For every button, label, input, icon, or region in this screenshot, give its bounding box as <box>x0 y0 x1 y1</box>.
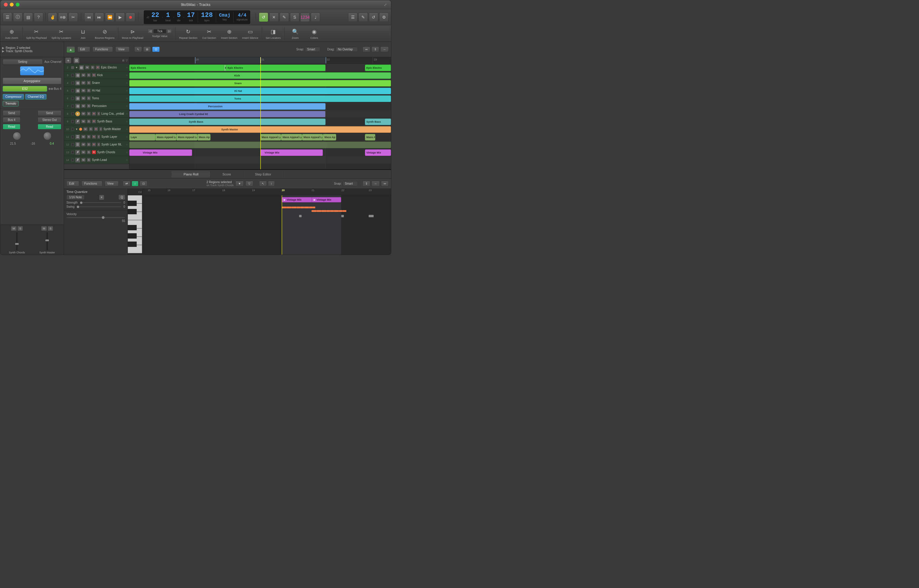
region-layer-5[interactable]: Mass Appeal Laye <box>260 134 281 141</box>
region-layer-7[interactable]: Mass Appeal Laye <box>302 134 323 141</box>
strength-slider[interactable] <box>80 202 121 203</box>
solo-btn-1[interactable]: S <box>18 226 23 231</box>
solo-6[interactable]: S <box>87 96 91 100</box>
mute-14[interactable]: M <box>81 158 86 162</box>
volume-knob[interactable] <box>13 132 21 140</box>
solo-8[interactable]: S <box>87 112 91 116</box>
region-epic-4[interactable]: Epic Electro <box>365 65 391 71</box>
tool-bounce-regions[interactable]: ⊘ Bounce Regions <box>93 26 116 40</box>
edit-dropdown[interactable]: Edit <box>78 47 90 52</box>
pr-resize-2[interactable]: ↔ <box>371 181 380 186</box>
track-check-4[interactable] <box>71 81 74 84</box>
track-options-icon[interactable]: ▽ <box>126 59 128 62</box>
track-fold-10[interactable]: ▼ <box>75 128 78 131</box>
solo-13[interactable]: S <box>87 150 91 154</box>
track-check-12[interactable] <box>71 143 74 146</box>
read-button-2[interactable]: Read <box>38 124 61 129</box>
track-check-6[interactable] <box>71 97 74 100</box>
count-button[interactable]: 1234 <box>300 13 310 22</box>
track-check-9[interactable] <box>71 120 74 123</box>
tool-split-playhead[interactable]: ✂ Split by Playhead <box>24 26 48 40</box>
pr-functions-dropdown[interactable]: Functions <box>82 181 102 186</box>
pr-view-dropdown[interactable]: View <box>105 181 119 186</box>
region-layer-6[interactable]: Mass Appeal Laye <box>281 134 302 141</box>
tq-value[interactable]: 1/16 Note <box>66 195 84 200</box>
pr-cursor-1[interactable]: ↖ <box>259 181 267 186</box>
track-check-14[interactable] <box>71 158 74 162</box>
pan-knob[interactable] <box>43 132 52 140</box>
velocity-slider[interactable] <box>66 217 125 218</box>
region-layer-4[interactable]: Mass Ap <box>197 134 210 141</box>
play-button[interactable]: ▶ <box>115 13 125 22</box>
tab-step-editor[interactable]: Step Editor <box>243 171 283 178</box>
pr-edit-dropdown[interactable]: Edit <box>66 181 79 186</box>
pr-snap-select[interactable]: Smart <box>343 181 358 186</box>
swing-slider[interactable] <box>77 206 121 207</box>
region-chords-2[interactable]: Vintage Mix <box>260 149 323 156</box>
setting-button[interactable]: Setting <box>3 59 43 65</box>
tq-dropdown[interactable]: ▼ <box>99 195 104 200</box>
tq-q-button[interactable]: Q <box>119 195 125 200</box>
region-bass-2[interactable]: Synth Bass <box>365 118 391 125</box>
instrument-8[interactable]: I <box>97 112 100 116</box>
rewind-button[interactable]: ⏮ <box>84 13 94 22</box>
tool-split-locators[interactable]: ✂ Split by Locators <box>50 26 73 40</box>
mute-btn-1[interactable]: M <box>11 226 17 231</box>
region-chords-1[interactable]: Vintage Mix <box>129 149 192 156</box>
track-fold-2[interactable]: ▼ <box>75 66 78 69</box>
tremolo-button[interactable]: Tremolo <box>3 101 19 107</box>
fast-forward-button[interactable]: ⏭ <box>95 13 104 22</box>
solo-14[interactable]: S <box>87 158 91 162</box>
tool-set-locators[interactable]: ◨ Set Locators <box>264 26 283 40</box>
vertical-resize-btn[interactable]: ⇕ <box>371 47 379 52</box>
region-bass-1[interactable]: Synth Bass <box>129 118 326 125</box>
swing-thumb[interactable] <box>77 206 79 208</box>
mute-7[interactable]: M <box>81 104 86 108</box>
es2-button[interactable]: ES2 <box>3 86 47 92</box>
tool-auto-zoom[interactable]: ⊕ Auto Zoom <box>3 26 21 40</box>
help-button[interactable]: ? <box>34 13 43 22</box>
fullscreen-icon[interactable]: ⤢ <box>384 3 388 7</box>
record-8[interactable]: R <box>92 112 96 116</box>
track-check-7[interactable] <box>71 105 74 108</box>
tool-repeat-section[interactable]: ↻ Repeat Section <box>177 26 199 40</box>
solo-10[interactable]: S <box>89 127 93 131</box>
options-button[interactable]: ≡⊕ <box>58 13 68 22</box>
solo-11[interactable]: S <box>87 135 91 139</box>
mute-3[interactable]: M <box>81 73 86 77</box>
mute-12[interactable]: M <box>81 142 86 146</box>
minimize-button[interactable] <box>10 3 14 6</box>
region-cymbal[interactable]: Long Crash Cymbal 02 <box>129 111 326 117</box>
pr-region-select[interactable]: ▼ <box>236 181 244 186</box>
channel-eq-button[interactable]: Channel EQ <box>25 94 47 100</box>
region-layer-1[interactable]: Laye <box>129 134 155 141</box>
info-button[interactable]: ⓘ <box>13 13 23 22</box>
close-button[interactable] <box>4 3 8 6</box>
strength-thumb[interactable] <box>80 202 82 204</box>
record-3[interactable]: R <box>92 73 96 77</box>
library-button[interactable]: ☰ <box>3 13 12 22</box>
fader-thumb-2[interactable] <box>45 239 49 241</box>
tab-piano-roll[interactable]: Piano Roll <box>172 171 210 178</box>
maximize-button[interactable] <box>16 3 19 6</box>
solo-3[interactable]: S <box>87 73 91 77</box>
track-check-11[interactable] <box>71 136 74 138</box>
pencil-button[interactable]: ✎ <box>279 13 289 22</box>
region-layer-8[interactable]: Mass Ap <box>323 134 336 141</box>
pointer-tool[interactable]: ↖ <box>134 47 142 52</box>
pr-resize-1[interactable]: ⇕ <box>363 181 370 186</box>
nudge-left-btn[interactable]: ◁ <box>148 29 153 33</box>
instrument-12[interactable]: I <box>97 142 100 146</box>
read-button-1[interactable]: Read <box>3 124 21 129</box>
pr-region-vintage-2[interactable]: ▶ Vintage Mix <box>312 197 341 202</box>
tool-zoom[interactable]: 🔍 Zoom <box>286 26 304 40</box>
mute-8[interactable]: M <box>81 112 86 116</box>
track-check-5[interactable] <box>71 89 74 92</box>
mute-4[interactable]: M <box>81 81 86 85</box>
solo-2[interactable]: S <box>91 66 95 69</box>
send-button-2[interactable]: Send <box>38 110 61 116</box>
metronome-button[interactable]: ♩ <box>311 13 320 22</box>
up-arrow-button[interactable]: ▲ <box>66 46 75 53</box>
bus4-button[interactable]: Bus 4 <box>3 117 21 123</box>
mute-9[interactable]: M <box>81 120 86 123</box>
